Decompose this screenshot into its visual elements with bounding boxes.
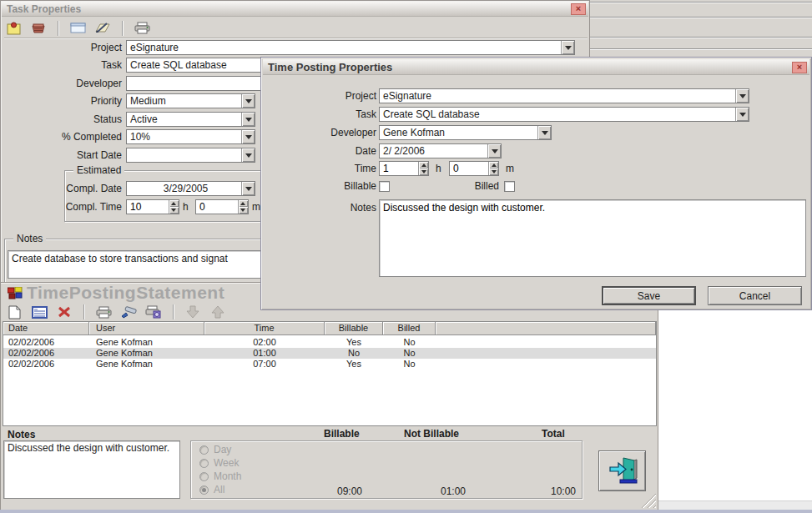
save-button[interactable]: Save	[602, 286, 696, 305]
column-header-user[interactable]: User	[89, 322, 204, 335]
completed-combo[interactable]: 10%	[126, 129, 255, 144]
start-date-label: Start Date	[1, 148, 122, 163]
column-header-filler	[436, 322, 656, 335]
compl-date-label: Compl. Date	[1, 181, 122, 196]
chevron-down-icon[interactable]	[241, 130, 255, 143]
column-header-date[interactable]: Date	[3, 322, 89, 335]
spin-up-icon[interactable]	[239, 200, 248, 207]
developer-combo[interactable]: Gene Kofman	[379, 125, 552, 140]
postings-table[interactable]: Date User Time Billable Billed 02/02/200…	[3, 321, 657, 426]
spin-down-icon[interactable]	[419, 168, 428, 175]
compose-icon[interactable]	[93, 20, 112, 37]
brush-icon[interactable]	[119, 304, 138, 320]
summary-header-not-billable: Not Billable	[404, 428, 459, 440]
exit-button[interactable]	[598, 450, 646, 491]
project-combo[interactable]: eSignature	[379, 88, 749, 103]
move-down-icon	[184, 304, 202, 320]
project-label: Project	[261, 88, 376, 103]
compl-time-label: Compl. Time	[1, 199, 122, 214]
billable-checkbox[interactable]	[379, 181, 390, 192]
radio-day[interactable]: Day	[199, 444, 231, 455]
basket-icon[interactable]	[29, 20, 48, 37]
task-combo[interactable]: Create SQL database	[379, 107, 749, 122]
notes-textarea[interactable]: Discussed the design with customer.	[379, 199, 806, 277]
priority-combo[interactable]: Medium	[126, 93, 255, 108]
task-properties-titlebar[interactable]: Task Properties ×	[2, 2, 588, 17]
groove-line	[590, 48, 812, 50]
print-icon[interactable]	[133, 20, 151, 37]
spin-down-icon[interactable]	[239, 207, 248, 214]
background-toolbar-area	[588, 0, 812, 58]
status-label: Status	[1, 112, 122, 127]
developer-label: Developer	[261, 125, 376, 140]
table-row-selected[interactable]: 02/02/2006 Gene Kofman 01:00 No No	[3, 348, 656, 359]
dialog-titlebar[interactable]: Time Posting Properties ×	[263, 59, 809, 75]
radio-all[interactable]: All	[199, 484, 224, 495]
radio-icon[interactable]	[199, 459, 209, 468]
spin-up-icon[interactable]	[489, 162, 498, 168]
completed-label: % Completed	[1, 129, 122, 144]
close-icon[interactable]: ×	[571, 3, 586, 15]
hours-stepper[interactable]	[379, 161, 429, 176]
project-combo[interactable]: eSignature	[126, 40, 575, 55]
groove-line	[590, 37, 812, 38]
chevron-down-icon[interactable]	[241, 182, 255, 195]
compl-date-combo[interactable]: 3/29/2005	[126, 181, 255, 196]
groove-line	[590, 17, 812, 18]
priority-label: Priority	[1, 93, 122, 108]
chevron-down-icon[interactable]	[487, 144, 501, 158]
column-header-billable[interactable]: Billable	[325, 322, 383, 335]
chevron-down-icon[interactable]	[735, 108, 749, 121]
dialog-title: Time Posting Properties	[263, 61, 392, 73]
table-row[interactable]: 02/02/2006 Gene Kofman 07:00 Yes No	[3, 359, 656, 370]
spin-up-icon[interactable]	[169, 200, 179, 207]
resize-grip[interactable]	[641, 493, 656, 508]
delete-icon[interactable]	[55, 304, 73, 320]
new-document-icon[interactable]	[5, 304, 23, 320]
chevron-down-icon[interactable]	[241, 94, 255, 108]
statement-notes-field[interactable]: Discussed the design with customer.	[3, 440, 180, 499]
chevron-down-icon[interactable]	[241, 113, 255, 126]
window-icon[interactable]	[68, 20, 87, 37]
chevron-down-icon[interactable]	[735, 89, 749, 103]
radio-icon[interactable]	[199, 445, 209, 455]
print-preview-icon[interactable]	[144, 304, 163, 320]
summary-value-billable: 09:00	[325, 485, 375, 497]
date-picker[interactable]: 2/ 2/2006	[379, 143, 502, 158]
note-icon[interactable]	[4, 20, 23, 37]
statement-title: TimePostingStatement	[27, 283, 224, 303]
close-icon[interactable]: ×	[792, 62, 807, 73]
time-posting-statement-panel: TimePostingStatement Date	[0, 282, 658, 510]
toolbar-separator	[83, 304, 84, 319]
task-label: Task	[261, 107, 376, 122]
radio-month[interactable]: Month	[199, 470, 241, 482]
spin-down-icon[interactable]	[489, 168, 498, 175]
start-date-combo[interactable]	[126, 148, 255, 163]
hours-unit: h	[183, 199, 193, 214]
compl-hours-stepper[interactable]	[126, 199, 179, 214]
chevron-down-icon[interactable]	[537, 126, 551, 139]
table-row[interactable]: 02/02/2006 Gene Kofman 02:00 Yes No	[3, 337, 656, 348]
chevron-down-icon[interactable]	[241, 148, 255, 162]
summary-header-billable: Billable	[324, 428, 360, 440]
spin-down-icon[interactable]	[169, 207, 179, 214]
cancel-button[interactable]: Cancel	[708, 286, 802, 305]
radio-week[interactable]: Week	[199, 457, 239, 469]
estimated-legend: Estimated	[73, 164, 124, 176]
radio-selected-icon[interactable]	[199, 485, 209, 495]
grid-icon[interactable]	[30, 304, 48, 320]
print-icon[interactable]	[94, 304, 113, 320]
billed-checkbox[interactable]	[504, 181, 515, 192]
minutes-stepper[interactable]	[449, 161, 499, 176]
column-header-time[interactable]: Time	[204, 322, 325, 335]
time-label: Time	[261, 161, 376, 176]
spin-up-icon[interactable]	[419, 162, 428, 168]
exit-door-icon	[607, 455, 638, 486]
radio-icon[interactable]	[199, 472, 209, 481]
chevron-down-icon[interactable]	[561, 41, 574, 54]
summary-header-total: Total	[542, 428, 565, 440]
status-combo[interactable]: Active	[126, 112, 255, 127]
column-header-billed[interactable]: Billed	[383, 322, 436, 335]
compl-minutes-stepper[interactable]	[195, 199, 249, 214]
developer-label: Developer	[1, 76, 122, 91]
